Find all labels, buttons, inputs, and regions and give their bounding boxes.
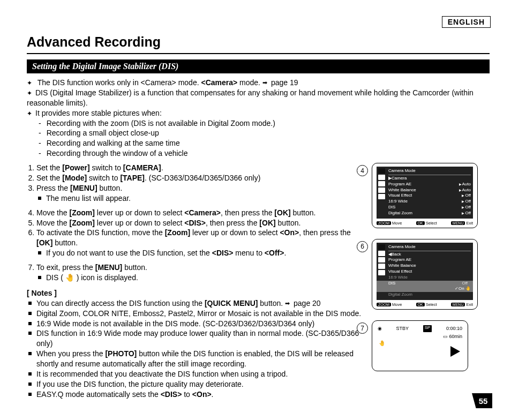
note-item: When you press the [PHOTO] button while … bbox=[27, 349, 366, 369]
menu-row: White Balance bbox=[388, 263, 471, 269]
step-marker-6: 6 bbox=[357, 241, 368, 252]
intro-item: DIS (Digital Image Stabilizer) is a func… bbox=[27, 88, 490, 108]
note-item: EASY.Q mode automatically sets the <DIS>… bbox=[27, 389, 366, 400]
menu-row-disabled: Digital Zoom bbox=[388, 292, 471, 298]
step: Press the [MENU] button. The menu list w… bbox=[36, 183, 366, 204]
category-icons bbox=[378, 244, 386, 276]
note-item: Digital Zoom, COLOR NITE, Emboss2, Paste… bbox=[27, 309, 366, 319]
intro-sub-item: Recording through the window of a vehicl… bbox=[27, 148, 490, 159]
note-item: You can directly access the DIS function… bbox=[27, 298, 366, 309]
intro-item: The DIS function works only in <Camera> … bbox=[27, 78, 490, 88]
battery-icon: ▭ bbox=[443, 334, 448, 339]
note-item: DIS function in 16:9 Wide mode may produ… bbox=[27, 328, 366, 349]
step: Move the [Zoom] lever up or down to sele… bbox=[36, 218, 366, 228]
status-remain: 60min bbox=[449, 334, 462, 339]
status-screen-7: 7 ◉ STBY SP 0:00:10 ▭ 60min 🤚 bbox=[372, 320, 490, 371]
status-stby: STBY bbox=[396, 325, 409, 332]
intro-sub-item: Recording with the zoom (DIS is not avai… bbox=[27, 118, 490, 129]
menu-row: Program AEAuto bbox=[388, 182, 471, 188]
menu-row: DISOff bbox=[388, 205, 471, 211]
step-note: DIS ( 🤚 ) icon is displayed. bbox=[36, 273, 366, 283]
note-item: If you use the DIS function, the picture… bbox=[27, 379, 366, 389]
page-number: 55 bbox=[472, 393, 492, 408]
step-note: If you do not want to use the DIS functi… bbox=[36, 248, 366, 258]
section-heading: Setting the Digital Image Stabilizer (DI… bbox=[27, 59, 490, 73]
category-icons bbox=[378, 168, 386, 200]
menu-row-disabled: 16:9 Wide bbox=[388, 275, 471, 281]
menu-row: Digital ZoomOff bbox=[388, 211, 471, 216]
menu-footer: ZOOMMove OKSelect MENUExit bbox=[377, 221, 473, 226]
step: To exit, press the [MENU] button. DIS ( … bbox=[36, 262, 366, 283]
step: Set the [Mode] switch to [TAPE]. (SC-D36… bbox=[36, 173, 366, 183]
step-marker-4: 4 bbox=[357, 165, 368, 176]
menu-footer: ZOOMMove OKSelect MENUExit bbox=[377, 302, 473, 307]
menu-row: Program AE bbox=[388, 257, 471, 263]
menu-row: Visual EffectOff bbox=[388, 193, 471, 199]
intro-sub-item: Recording a small object close-up bbox=[27, 128, 490, 138]
menu-row: White BalanceAuto bbox=[388, 188, 471, 193]
intro-item: It provides more stable pictures when: bbox=[27, 108, 490, 118]
manual-page: ENGLISH Advanced Recording Setting the D… bbox=[0, 0, 511, 420]
play-triangle-icon bbox=[450, 346, 460, 357]
intro-list: The DIS function works only in <Camera> … bbox=[27, 78, 490, 159]
rec-indicator-icon: ◉ bbox=[378, 325, 382, 332]
notes-heading: [ Notes ] bbox=[27, 288, 366, 298]
step: Move the [Zoom] lever up or down to sele… bbox=[36, 208, 366, 218]
menu-screen-6: 6 Camera Mode ◀Back Program AE White Bal… bbox=[372, 239, 490, 310]
menu-back: ◀Back bbox=[388, 252, 471, 258]
step-note: The menu list will appear. bbox=[36, 193, 366, 204]
menu-title: Camera Mode bbox=[388, 244, 471, 250]
arrow-icon bbox=[285, 301, 294, 306]
menu-row: 16:9 WideOff bbox=[388, 199, 471, 205]
note-item: 16:9 Wide mode is not available in the D… bbox=[27, 319, 366, 329]
step: Set the [Power] switch to [CAMERA]. bbox=[36, 163, 366, 173]
language-tag: ENGLISH bbox=[442, 16, 491, 28]
menu-title: Camera Mode bbox=[388, 168, 471, 174]
dis-hand-icon: 🤚 bbox=[379, 340, 385, 347]
menu-screen-4: 4 Camera Mode ▶Camera Program AEAuto Whi… bbox=[372, 163, 490, 228]
notes-list: You can directly access the DIS function… bbox=[27, 298, 366, 400]
menu-row: Visual Effect bbox=[388, 269, 471, 275]
menu-row-selected: DIS Off✓On 🤚 bbox=[377, 281, 473, 292]
step: To activate the DIS function, move the [… bbox=[36, 228, 366, 258]
diagrams-column: 4 Camera Mode ▶Camera Program AEAuto Whi… bbox=[372, 163, 490, 404]
status-time: 0:00:10 bbox=[446, 325, 462, 332]
steps-list: Set the [Power] switch to [CAMERA]. Set … bbox=[27, 163, 366, 283]
arrow-icon bbox=[262, 80, 271, 86]
intro-sub-item: Recording and walking at the same time bbox=[27, 138, 490, 148]
page-title: Advanced Recording bbox=[27, 34, 490, 54]
status-sp: SP bbox=[423, 325, 432, 332]
note-item: It is recommended that you deactivate th… bbox=[27, 369, 366, 379]
menu-selected: ▶Camera bbox=[388, 176, 471, 182]
